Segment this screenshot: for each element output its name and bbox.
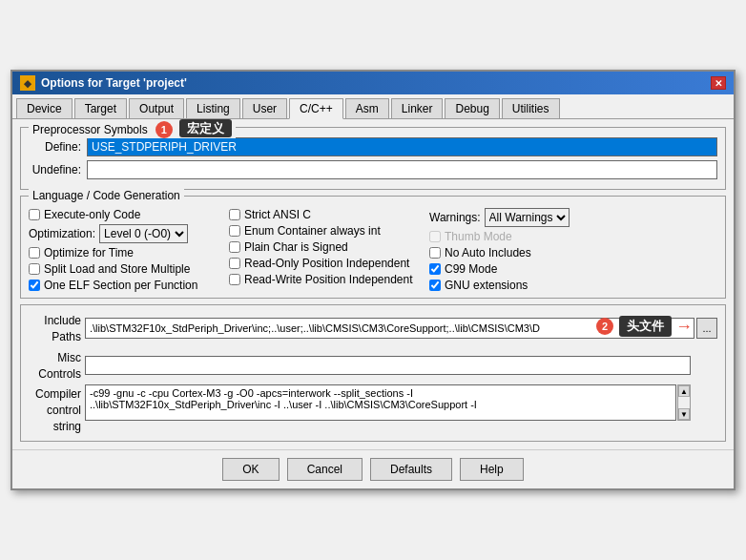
plain-char-label: Plain Char is Signed [244,240,348,254]
lang-group-label: Language / Code Generation [29,189,184,202]
help-button[interactable]: Help [460,458,524,481]
c99-mode-label: C99 Mode [445,262,497,276]
include-paths-label: Include Paths [29,311,81,345]
optimization-select[interactable]: Level 0 (-O0) [99,224,188,243]
execute-only-check[interactable] [29,209,40,220]
tabs-bar: Device Target Output Listing User C/C++ … [12,94,734,119]
annotation-2-circle: 2 [596,318,613,335]
cancel-button[interactable]: Cancel [287,458,363,481]
scroll-up-button[interactable]: ▲ [678,385,690,397]
gnu-extensions-label: GNU extensions [445,279,528,292]
one-elf-label: One ELF Section per Function [44,279,197,292]
scroll-down-button[interactable]: ▼ [678,408,690,420]
warnings-label: Warnings: [429,211,481,224]
undefine-row: Undefine: [29,160,717,179]
read-write-pos-check[interactable] [229,274,240,285]
read-write-pos-row: Read-Write Position Independent [229,273,429,286]
split-load-check[interactable] [29,263,40,275]
tab-user[interactable]: User [242,98,287,118]
warnings-row: Warnings: All Warnings [429,208,717,227]
annotation-2-text: 头文件 [619,316,672,337]
tab-linker[interactable]: Linker [391,98,444,118]
execute-only-row: Execute-only Code [29,208,229,221]
tab-debug[interactable]: Debug [445,98,499,118]
annotation-1-text: 宏定义 [179,119,232,137]
read-only-pos-check[interactable] [229,258,240,269]
c99-mode-check[interactable] [429,263,441,275]
arrow-icon: → [675,317,693,337]
defaults-button[interactable]: Defaults [370,458,452,481]
misc-controls-label: Misc Controls [29,348,81,383]
define-row: Define: [29,137,717,156]
tab-output[interactable]: Output [129,98,184,118]
no-auto-includes-row: No Auto Includes [429,246,717,259]
gnu-extensions-check[interactable] [429,280,441,291]
optimization-label: Optimization: [29,227,95,240]
compiler-string-label: Compiler control string [29,384,81,434]
preprocessor-group: Preprocessor Symbols 1 宏定义 Define: Undef… [20,127,726,190]
define-input[interactable] [87,137,717,156]
c99-mode-row: C99 Mode [429,262,717,276]
main-dialog: ◆ Options for Target 'project' ✕ Device … [10,70,736,490]
strict-ansi-label: Strict ANSI C [244,208,311,221]
footer-buttons: OK Cancel Defaults Help [12,449,734,488]
dialog-content: Preprocessor Symbols 1 宏定义 Define: Undef… [12,119,734,449]
preprocessor-group-label: Preprocessor Symbols 1 宏定义 [29,120,236,138]
compiler-string-row: Compiler control string -c99 -gnu -c -cp… [29,384,717,434]
thumb-mode-check[interactable] [429,231,441,242]
gnu-extensions-row: GNU extensions [429,279,717,292]
undefine-input[interactable] [87,160,717,179]
enum-container-label: Enum Container always int [244,224,381,238]
include-paths-row: Include Paths 2 头文件 → ... [29,311,717,345]
execute-only-label: Execute-only Code [44,208,140,221]
paths-group: Include Paths 2 头文件 → ... Misc [20,304,726,442]
title-bar: ◆ Options for Target 'project' ✕ [12,72,734,94]
enum-container-row: Enum Container always int [229,224,429,238]
no-auto-includes-check[interactable] [429,247,441,259]
tab-listing[interactable]: Listing [186,98,240,118]
tab-utilities[interactable]: Utilities [502,98,560,118]
plain-char-check[interactable] [229,241,240,253]
optimization-row: Optimization: Level 0 (-O0) [29,224,229,243]
tab-asm[interactable]: Asm [345,98,389,118]
annotation-1-circle: 1 [155,121,173,138]
optimize-time-label: Optimize for Time [44,246,134,259]
compiler-string-display: -c99 -gnu -c -cpu Cortex-M3 -g -O0 -apcs… [85,384,676,421]
plain-char-row: Plain Char is Signed [229,240,429,254]
ok-button[interactable]: OK [222,458,279,481]
tab-target[interactable]: Target [74,98,127,118]
misc-controls-input[interactable] [85,356,691,375]
define-label: Define: [29,140,81,154]
strict-ansi-check[interactable] [229,209,240,220]
thumb-mode-row: Thumb Mode [429,230,717,243]
warnings-select[interactable]: All Warnings [485,208,570,227]
strict-ansi-row: Strict ANSI C [229,208,429,221]
tab-cpp[interactable]: C/C++ [289,98,343,119]
enum-container-check[interactable] [229,225,240,237]
split-load-row: Split Load and Store Multiple [29,262,229,276]
no-auto-includes-label: No Auto Includes [445,246,531,259]
optimize-time-row: Optimize for Time [29,246,229,259]
thumb-mode-label: Thumb Mode [445,230,512,243]
include-paths-browse-button[interactable]: ... [696,318,717,339]
read-only-pos-label: Read-Only Position Independent [244,257,409,270]
lang-group: Language / Code Generation Execute-only … [20,196,726,299]
read-write-pos-label: Read-Write Position Independent [244,273,413,286]
undefine-label: Undefine: [29,163,81,176]
compiler-scrollbar: ▲ ▼ [677,384,691,421]
one-elf-check[interactable] [29,280,40,291]
one-elf-row: One ELF Section per Function [29,279,229,292]
tab-device[interactable]: Device [16,98,73,118]
dialog-title: Options for Target 'project' [41,76,187,90]
misc-controls-row: Misc Controls [29,348,717,383]
read-only-pos-row: Read-Only Position Independent [229,257,429,270]
app-icon: ◆ [20,75,35,91]
split-load-label: Split Load and Store Multiple [44,262,190,276]
optimize-time-check[interactable] [29,247,40,259]
close-button[interactable]: ✕ [711,76,726,90]
